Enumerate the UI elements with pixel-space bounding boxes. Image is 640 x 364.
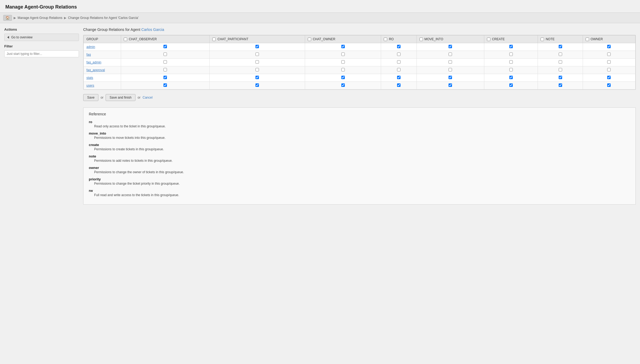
checkbox-admin-ro[interactable] xyxy=(397,45,401,48)
checkbox-stats-owner[interactable] xyxy=(607,76,611,79)
checkbox-faq_admin-chat_participant[interactable] xyxy=(255,60,259,64)
group-link[interactable]: faq xyxy=(86,53,91,56)
checkbox-stats-create[interactable] xyxy=(509,76,513,79)
checkbox-admin-chat_observer[interactable] xyxy=(163,45,167,48)
checkbox-faq_approval-ro[interactable] xyxy=(397,68,401,71)
checkbox-faq_admin-owner[interactable] xyxy=(607,60,611,64)
cell-note xyxy=(538,43,583,51)
permissions-table: GROUP CHAT_OBSERVER CHAT_PARTICIPANT xyxy=(83,35,635,90)
checkbox-admin-note[interactable] xyxy=(559,45,562,48)
table-wrapper: GROUP CHAT_OBSERVER CHAT_PARTICIPANT xyxy=(83,35,636,90)
select-all-note[interactable] xyxy=(541,38,544,41)
checkbox-users-chat_participant[interactable] xyxy=(255,83,259,87)
checkbox-stats-note[interactable] xyxy=(559,76,562,79)
checkbox-faq_admin-create[interactable] xyxy=(509,60,513,64)
checkbox-admin-owner[interactable] xyxy=(607,45,611,48)
checkbox-faq_approval-create[interactable] xyxy=(509,68,513,71)
col-ro: RO xyxy=(381,35,417,43)
cell-chat_observer xyxy=(121,74,210,82)
checkbox-stats-chat_owner[interactable] xyxy=(341,76,345,79)
checkbox-faq-note[interactable] xyxy=(559,52,562,56)
checkbox-faq-chat_participant[interactable] xyxy=(255,52,259,56)
cell-chat_owner xyxy=(305,43,381,51)
save-button[interactable]: Save xyxy=(83,94,98,101)
checkbox-admin-create[interactable] xyxy=(509,45,513,48)
home-icon: 🏠 xyxy=(6,16,10,20)
checkbox-users-chat_owner[interactable] xyxy=(341,83,345,87)
checkbox-admin-chat_owner[interactable] xyxy=(341,45,345,48)
agent-name-link[interactable]: Carlos Garcia xyxy=(141,27,164,32)
reference-entry: createPermissions to create tickets in t… xyxy=(89,143,630,151)
checkbox-stats-chat_observer[interactable] xyxy=(163,76,167,79)
checkbox-faq_approval-move_into[interactable] xyxy=(449,68,452,71)
ref-term: note xyxy=(89,154,630,158)
group-link[interactable]: stats xyxy=(86,76,93,80)
checkbox-faq-owner[interactable] xyxy=(607,52,611,56)
cell-owner xyxy=(583,66,635,74)
cell-chat_participant xyxy=(210,59,305,66)
group-link[interactable]: faq_approval xyxy=(86,68,105,72)
cell-owner xyxy=(583,59,635,66)
col-chat-owner: CHAT_OWNER xyxy=(305,35,381,43)
col-chat-observer: CHAT_OBSERVER xyxy=(121,35,210,43)
breadcrumb-item-1: Manage Agent-Group Relations xyxy=(18,16,62,20)
checkbox-faq_approval-owner[interactable] xyxy=(607,68,611,71)
select-all-chat-participant[interactable] xyxy=(212,38,216,41)
checkbox-users-ro[interactable] xyxy=(397,83,401,87)
checkbox-faq-move_into[interactable] xyxy=(449,52,452,56)
select-all-create[interactable] xyxy=(487,38,490,41)
go-to-overview-button[interactable]: Go to overview xyxy=(4,34,79,41)
group-link[interactable]: admin xyxy=(86,45,95,49)
checkbox-admin-move_into[interactable] xyxy=(449,45,452,48)
ref-description: Permissions to create tickets in this gr… xyxy=(89,147,630,151)
checkbox-faq_approval-chat_owner[interactable] xyxy=(341,68,345,71)
cancel-button[interactable]: Cancel xyxy=(143,94,153,101)
cell-ro xyxy=(381,43,417,51)
checkbox-users-chat_observer[interactable] xyxy=(163,83,167,87)
select-all-chat-observer[interactable] xyxy=(124,38,127,41)
group-link[interactable]: users xyxy=(86,84,94,87)
cell-owner xyxy=(583,82,635,90)
breadcrumb-home-btn[interactable]: 🏠 xyxy=(3,15,12,21)
checkbox-stats-ro[interactable] xyxy=(397,76,401,79)
select-all-chat-owner[interactable] xyxy=(308,38,311,41)
checkbox-stats-move_into[interactable] xyxy=(449,76,452,79)
checkbox-faq_approval-chat_participant[interactable] xyxy=(255,68,259,71)
checkbox-faq-chat_owner[interactable] xyxy=(341,52,345,56)
checkbox-faq-ro[interactable] xyxy=(397,52,401,56)
select-all-move-into[interactable] xyxy=(419,38,423,41)
select-all-ro[interactable] xyxy=(384,38,387,41)
checkbox-stats-chat_participant[interactable] xyxy=(255,76,259,79)
cell-move_into xyxy=(417,43,484,51)
cell-ro xyxy=(381,82,417,90)
checkbox-faq_admin-move_into[interactable] xyxy=(449,60,452,64)
table-row: users xyxy=(84,82,635,90)
cell-chat_observer xyxy=(121,43,210,51)
checkbox-users-move_into[interactable] xyxy=(449,83,452,87)
checkbox-users-owner[interactable] xyxy=(607,83,611,87)
group-link[interactable]: faq_admin xyxy=(86,60,101,64)
save-and-finish-button[interactable]: Save and finish xyxy=(106,94,135,101)
cell-note xyxy=(538,59,583,66)
cell-chat_participant xyxy=(210,43,305,51)
reference-entry: notePermissions to add notes to tickets … xyxy=(89,154,630,163)
checkbox-faq_approval-chat_observer[interactable] xyxy=(163,68,167,71)
filter-input[interactable] xyxy=(4,50,79,57)
checkbox-faq_admin-chat_owner[interactable] xyxy=(341,60,345,64)
checkbox-faq_admin-ro[interactable] xyxy=(397,60,401,64)
select-all-owner[interactable] xyxy=(586,38,589,41)
cell-chat_participant xyxy=(210,82,305,90)
reference-entry: ownerPermissions to change the owner of … xyxy=(89,166,630,174)
checkbox-faq_approval-note[interactable] xyxy=(559,68,562,71)
cell-owner xyxy=(583,51,635,59)
checkbox-admin-chat_participant[interactable] xyxy=(255,45,259,48)
checkbox-users-note[interactable] xyxy=(559,83,562,87)
checkbox-faq-chat_observer[interactable] xyxy=(163,52,167,56)
col-owner: OWNER xyxy=(583,35,635,43)
cell-owner xyxy=(583,43,635,51)
checkbox-faq-create[interactable] xyxy=(509,52,513,56)
checkbox-users-create[interactable] xyxy=(509,83,513,87)
checkbox-faq_admin-chat_observer[interactable] xyxy=(163,60,167,64)
cell-note xyxy=(538,51,583,59)
checkbox-faq_admin-note[interactable] xyxy=(559,60,562,64)
